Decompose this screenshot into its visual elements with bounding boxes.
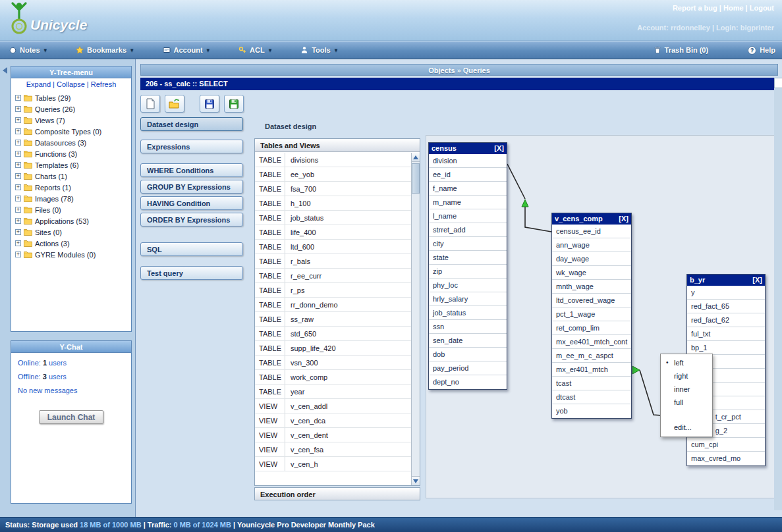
- tree-action-expand[interactable]: Expand: [26, 80, 51, 88]
- table-row-supp-life-420[interactable]: TABLEsupp_life_420: [255, 341, 411, 356]
- table-row-divisions[interactable]: TABLEdivisions: [255, 153, 411, 167]
- entity-field[interactable]: mnth_wage: [552, 280, 631, 294]
- table-row-ss-raw[interactable]: TABLEss_raw: [255, 312, 411, 327]
- table-row-v-cen-dent[interactable]: VIEWv_cen_dent: [255, 428, 411, 442]
- tree-item-files-0[interactable]: +Files (0): [15, 204, 131, 215]
- expand-plus-icon[interactable]: +: [15, 218, 21, 224]
- tables-scrollbar[interactable]: [411, 153, 420, 485]
- entity-field[interactable]: red_fact_62: [687, 313, 765, 327]
- entity-field[interactable]: l_name: [429, 209, 507, 223]
- entity-field[interactable]: strret_add: [429, 223, 507, 237]
- expand-plus-icon[interactable]: +: [15, 196, 21, 201]
- menu-account[interactable]: Account▾: [163, 46, 210, 54]
- tree-item-sites-0[interactable]: +Sites (0): [15, 226, 131, 238]
- join-option-inner[interactable]: inner: [661, 383, 712, 396]
- table-row-job-status[interactable]: TABLEjob_status: [255, 211, 411, 225]
- entity-field[interactable]: max_cvred_mo: [687, 452, 765, 466]
- close-entity-button[interactable]: [X]: [752, 275, 762, 286]
- tree-item-reports-1[interactable]: +Reports (1): [15, 182, 131, 193]
- entity-field[interactable]: ann_wage: [552, 238, 631, 252]
- panel-button-having-condition[interactable]: HAVING Condition: [140, 196, 243, 210]
- tree-item-functions-3[interactable]: +Functions (3): [15, 148, 131, 159]
- entity-field[interactable]: f_name: [429, 182, 507, 196]
- entity-field[interactable]: pct_1_wage: [552, 307, 631, 321]
- table-row-vsn-300[interactable]: TABLEvsn_300: [255, 356, 411, 370]
- entity-field[interactable]: mx_ee401_mtch_cont: [552, 335, 631, 349]
- panel-button-test-query[interactable]: Test query: [140, 266, 243, 280]
- new-query-button[interactable]: [140, 95, 160, 113]
- expand-plus-icon[interactable]: +: [15, 173, 21, 179]
- entity-field[interactable]: cum_cpi: [687, 438, 765, 452]
- panel-button-expressions[interactable]: Expressions: [140, 140, 243, 153]
- tree-item-composite-types-0[interactable]: +Composite Types (0): [15, 126, 131, 137]
- entity-field[interactable]: dtcast: [552, 390, 631, 404]
- entity-drag-handle[interactable]: census[X]: [429, 143, 507, 154]
- table-row-life-400[interactable]: TABLElife_400: [255, 225, 411, 240]
- vertical-scrollbar[interactable]: [774, 78, 782, 510]
- expand-plus-icon[interactable]: +: [15, 140, 21, 146]
- expand-plus-icon[interactable]: +: [15, 162, 21, 168]
- entity-field[interactable]: day_wage: [552, 252, 631, 266]
- table-row-rr-donn-demo[interactable]: TABLErr_donn_demo: [255, 298, 411, 312]
- tree-item-tables-29[interactable]: +Tables (29): [15, 92, 131, 103]
- scrollbar-top-button[interactable]: [774, 78, 782, 88]
- table-row-ee-yob[interactable]: TABLEee_yob: [255, 167, 411, 182]
- open-button[interactable]: [165, 95, 184, 113]
- table-row-v-cen-h[interactable]: VIEWv_cen_h: [255, 457, 411, 471]
- entity-field[interactable]: red_fact_65: [687, 300, 765, 313]
- panel-button-where-conditions[interactable]: WHERE Conditions: [140, 163, 243, 177]
- expand-plus-icon[interactable]: +: [15, 117, 21, 123]
- launch-chat-button[interactable]: Launch Chat: [39, 410, 103, 424]
- entity-field[interactable]: dob: [429, 348, 507, 361]
- expand-plus-icon[interactable]: +: [15, 184, 21, 190]
- expand-plus-icon[interactable]: +: [15, 106, 21, 112]
- table-row-v-cen-addl[interactable]: VIEWv_cen_addl: [255, 399, 411, 413]
- entity-field[interactable]: y: [687, 286, 765, 300]
- entity-field[interactable]: city: [429, 237, 507, 251]
- save-button[interactable]: [200, 95, 219, 113]
- tree-item-templates-6[interactable]: +Templates (6): [15, 159, 131, 171]
- scroll-down-button[interactable]: [412, 476, 420, 485]
- help-button[interactable]: ? Help: [748, 46, 775, 55]
- diagram-canvas[interactable]: census[X]divisionee_idf_namem_namel_name…: [426, 135, 775, 498]
- table-row-year[interactable]: TABLEyear: [255, 385, 411, 399]
- entity-field[interactable]: ret_comp_lim: [552, 321, 631, 335]
- join-option-edit[interactable]: edit...: [661, 421, 712, 434]
- entity-field[interactable]: ee_id: [429, 168, 507, 182]
- table-row-ltd-600[interactable]: TABLEltd_600: [255, 240, 411, 254]
- tree-item-views-7[interactable]: +Views (7): [15, 115, 131, 126]
- entity-field[interactable]: bp_1: [687, 341, 765, 355]
- menu-bookmarks[interactable]: Bookmarks▾: [76, 46, 133, 54]
- entity-field[interactable]: division: [429, 154, 507, 168]
- entity-field[interactable]: hrly_salary: [429, 292, 507, 306]
- trash-bin-button[interactable]: Trash Bin (0): [654, 46, 709, 54]
- table-row-r-ps[interactable]: TABLEr_ps: [255, 283, 411, 298]
- join-option-left[interactable]: left•: [661, 356, 712, 369]
- entity-field[interactable]: state: [429, 251, 507, 265]
- entity-field[interactable]: sen_date: [429, 334, 507, 348]
- expand-plus-icon[interactable]: +: [15, 207, 21, 213]
- entity-field[interactable]: ssn: [429, 320, 507, 334]
- table-row-r-bals[interactable]: TABLEr_bals: [255, 254, 411, 269]
- close-entity-button[interactable]: [X]: [494, 143, 504, 154]
- entity-field[interactable]: zip: [429, 265, 507, 279]
- close-entity-button[interactable]: [X]: [619, 213, 628, 225]
- panel-button-group-by-expressions[interactable]: GROUP BY Expressions: [140, 180, 243, 194]
- panel-button-sql[interactable]: SQL: [140, 242, 243, 256]
- entity-field[interactable]: job_status: [429, 306, 507, 320]
- sidebar-collapse-arrow-icon[interactable]: [3, 67, 7, 74]
- nav-link-report-a-bug[interactable]: Report a bug: [673, 4, 717, 12]
- expand-plus-icon[interactable]: +: [15, 128, 21, 134]
- table-row-r-ee-curr[interactable]: TABLEr_ee_curr: [255, 269, 411, 283]
- expand-plus-icon[interactable]: +: [15, 229, 21, 235]
- table-row-h-100[interactable]: TABLEh_100: [255, 196, 411, 211]
- entity-field[interactable]: phy_loc: [429, 279, 507, 292]
- entity-field[interactable]: pay_period: [429, 361, 507, 375]
- table-row-std-650[interactable]: TABLEstd_650: [255, 327, 411, 341]
- save-as-button[interactable]: [224, 95, 244, 113]
- tree-action-refresh[interactable]: Refresh: [91, 80, 117, 88]
- entity-field[interactable]: tcast: [552, 377, 631, 390]
- menu-tools[interactable]: Tools▾: [300, 46, 337, 54]
- entity-field[interactable]: yob: [552, 404, 631, 418]
- entity-field[interactable]: mx_er401_mtch: [552, 363, 631, 377]
